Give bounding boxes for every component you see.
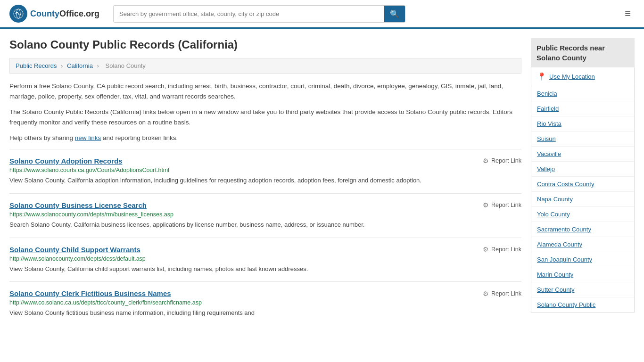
sidebar-link-item[interactable]: Rio Vista [531, 116, 634, 132]
sidebar-section: 📍 Use My Location BeniciaFairfieldRio Vi… [531, 67, 635, 313]
new-links-link[interactable]: new links [75, 134, 101, 141]
logo[interactable]: CountyOffice.org [9, 5, 104, 23]
record-item: Solano County Business License Search ⚙ … [9, 193, 521, 238]
record-url[interactable]: http://www.co.solano.ca.us/depts/ttcc/co… [9, 299, 521, 306]
report-link[interactable]: ⚙ Report Link [483, 246, 521, 253]
hamburger-icon: ≡ [625, 8, 631, 19]
record-item: Solano County Adoption Records ⚙ Report … [9, 149, 521, 193]
sidebar-link-item[interactable]: San Joaquin County [531, 252, 634, 267]
sidebar-link-item[interactable]: Solano County Public [531, 297, 634, 312]
page-title: Solano County Public Records (California… [9, 38, 521, 51]
sidebar-link-item[interactable]: Vallejo [531, 162, 634, 177]
breadcrumb-public-records[interactable]: Public Records [16, 62, 57, 69]
record-title[interactable]: Solano County Business License Search [9, 201, 147, 209]
record-header: Solano County Adoption Records ⚙ Report … [9, 157, 521, 165]
sidebar-link-item[interactable]: Sutter County [531, 282, 634, 297]
sidebar-link-item[interactable]: Contra Costa County [531, 177, 634, 192]
breadcrumb: Public Records › California › Solano Cou… [9, 58, 521, 74]
sidebar-links-container: BeniciaFairfieldRio VistaSuisunVacaville… [531, 86, 634, 312]
breadcrumb-current: Solano County [106, 62, 146, 69]
report-link[interactable]: ⚙ Report Link [483, 157, 521, 165]
content-area: Solano County Public Records (California… [9, 38, 521, 326]
intro3-suffix: and reporting broken links. [101, 134, 178, 141]
record-desc: View Solano County fictitious business n… [9, 308, 521, 318]
intro-paragraph-2: The Solano County Public Records (Califo… [9, 107, 521, 127]
record-url[interactable]: http://www.solanocounty.com/depts/dcss/d… [9, 255, 521, 262]
sidebar-link-item[interactable]: Alameda County [531, 237, 634, 252]
sidebar-link-item[interactable]: Napa County [531, 192, 634, 207]
record-item: Solano County Clerk Fictitious Business … [9, 281, 521, 326]
records-list: Solano County Adoption Records ⚙ Report … [9, 149, 521, 326]
search-bar: 🔍 [113, 5, 405, 23]
record-url[interactable]: https://www.solano.courts.ca.gov/Courts/… [9, 167, 521, 173]
report-icon: ⚙ [483, 201, 489, 209]
header-right: ≡ [621, 6, 635, 22]
record-header: Solano County Business License Search ⚙ … [9, 201, 521, 209]
location-pin-icon: 📍 [537, 72, 546, 81]
sidebar-link-item[interactable]: Sacramento County [531, 222, 634, 237]
sidebar-link-item[interactable]: Fairfield [531, 101, 634, 116]
use-my-location[interactable]: 📍 Use My Location [531, 67, 634, 86]
sidebar-link-item[interactable]: Benicia [531, 86, 634, 101]
sidebar: Public Records near Solano County 📍 Use … [531, 38, 635, 326]
logo-icon [9, 5, 27, 23]
record-item: Solano County Child Support Warrants ⚙ R… [9, 238, 521, 282]
report-icon: ⚙ [483, 290, 489, 297]
site-header: CountyOffice.org 🔍 ≡ [0, 0, 644, 29]
report-icon: ⚙ [483, 157, 489, 165]
record-title[interactable]: Solano County Clerk Fictitious Business … [9, 289, 171, 297]
sidebar-link-item[interactable]: Yolo County [531, 207, 634, 222]
intro-paragraph-3: Help others by sharing new links and rep… [9, 133, 521, 143]
sidebar-link-item[interactable]: Vacaville [531, 147, 634, 162]
record-header: Solano County Child Support Warrants ⚙ R… [9, 246, 521, 254]
record-desc: View Solano County, California child sup… [9, 264, 521, 274]
menu-button[interactable]: ≡ [621, 6, 635, 22]
record-title[interactable]: Solano County Adoption Records [9, 157, 122, 165]
record-desc: View Solano County, California adoption … [9, 176, 521, 186]
use-location-link[interactable]: Use My Location [549, 73, 595, 80]
logo-text: CountyOffice.org [30, 9, 99, 19]
search-input[interactable] [114, 7, 384, 21]
main-container: Solano County Public Records (California… [0, 29, 644, 335]
record-title[interactable]: Solano County Child Support Warrants [9, 246, 140, 254]
breadcrumb-california[interactable]: California [67, 62, 93, 69]
search-icon: 🔍 [390, 10, 399, 18]
report-icon: ⚙ [483, 246, 489, 253]
intro3-prefix: Help others by sharing [9, 134, 75, 141]
sidebar-link-item[interactable]: Suisun [531, 132, 634, 147]
sidebar-title: Public Records near Solano County [531, 38, 635, 67]
report-link[interactable]: ⚙ Report Link [483, 290, 521, 297]
record-desc: Search Solano County, California busines… [9, 220, 521, 230]
record-header: Solano County Clerk Fictitious Business … [9, 289, 521, 297]
record-url[interactable]: https://www.solanocounty.com/depts/rm/bu… [9, 211, 521, 218]
sidebar-link-item[interactable]: Marin County [531, 267, 634, 282]
search-button[interactable]: 🔍 [384, 6, 405, 22]
intro-paragraph-1: Perform a free Solano County, CA public … [9, 81, 521, 101]
report-link[interactable]: ⚙ Report Link [483, 201, 521, 209]
